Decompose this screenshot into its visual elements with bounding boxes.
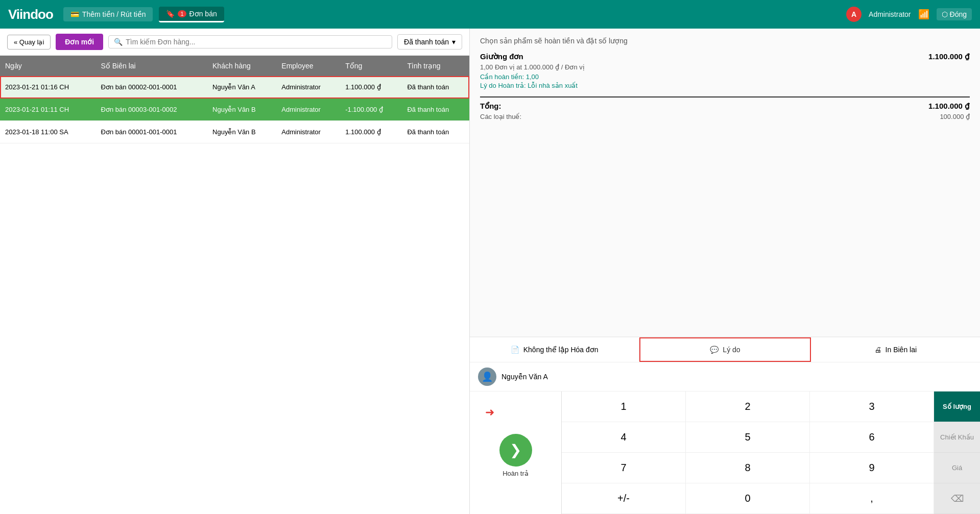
num-6-button[interactable]: 6 [810,422,934,453]
tax-label: Các loại thuế: [480,113,521,120]
table-cell: Đơn bán 00003-001-0002 [96,99,207,121]
table-cell: Administrator [276,99,340,121]
backspace-button[interactable]: ⌫ [934,483,980,514]
tong-label: Tổng: [480,102,501,111]
num-0-button[interactable]: 0 [686,483,810,514]
comment-icon: 💬 [710,346,719,354]
product-info: Chọn sản phẩm sẽ hoàn tiền và đặt số lượ… [470,29,980,337]
hint-text: Chọn sản phẩm sẽ hoàn tiền và đặt số lượ… [480,37,970,45]
numpad-user-row: 👤 Nguyễn Văn A [470,362,980,391]
product-line: Giường đơn 1.100.000 ₫ [480,52,970,61]
left-panel: « Quay lại Đơn mới 🔍 Đã thanh toán ▾ Ngà… [0,29,470,514]
table-cell: Đã thanh toán [402,99,469,121]
in-bien-lai-button[interactable]: 🖨 In Biên lai [811,338,980,361]
num-7-button[interactable]: 7 [562,453,686,483]
table-row[interactable]: 2023-01-21 01:16 CHĐơn bán 00002-001-000… [0,76,469,99]
gia-button[interactable]: Giá [934,453,980,483]
total-line: Tổng: 1.100.000 ₫ [480,102,970,111]
close-icon: ⬡ [942,10,948,18]
table-cell: Nguyễn Văn B [207,121,276,143]
user-icon: 👤 [478,368,496,386]
col-tong: Tổng [340,56,402,76]
num-8-button[interactable]: 8 [686,453,810,483]
nav-right: A Administrator 📶 ⬡ Đóng [846,7,972,22]
close-button[interactable]: ⬡ Đóng [937,8,972,20]
btn-don-ban[interactable]: 🔖 1 Đơn bán [159,7,224,22]
num-4-button[interactable]: 4 [562,422,686,453]
hoantro-label: Hoàn trả [503,470,529,477]
ly-do-button[interactable]: 💬 Lý do [639,337,810,362]
table-cell: Đã thanh toán [402,121,469,143]
num-9-button[interactable]: 9 [810,453,934,483]
tax-line: Các loại thuế: 100.000 ₫ [480,113,970,120]
arrow-icon: ➜ [485,406,494,419]
table-cell: 2023-01-21 01:11 CH [0,99,96,121]
print-icon: 🖨 [874,346,881,354]
table-cell: 1.100.000 ₫ [340,76,402,99]
new-order-button[interactable]: Đơn mới [56,34,103,50]
orders-table: Ngày Số Biên lai Khách hàng Employee Tổn… [0,56,469,143]
search-box: 🔍 [108,35,392,48]
chevron-down-icon: ▾ [452,38,456,46]
user-name: Nguyễn Văn A [501,373,548,381]
don-ban-icon: 🔖 [166,10,175,18]
search-icon: 🔍 [114,38,123,46]
num-plusminus-button[interactable]: +/- [562,483,686,514]
right-panel: Chọn sản phẩm sẽ hoàn tiền và đặt số lượ… [470,29,980,514]
table-cell: Đơn bán 00002-001-0001 [96,76,207,99]
table-cell: 1.100.000 ₫ [340,121,402,143]
back-button[interactable]: « Quay lại [7,35,51,50]
num-3-button[interactable]: 3 [810,391,934,422]
col-so-bien-lai: Số Biên lai [96,56,207,76]
num-comma-button[interactable]: , [810,483,934,514]
hoantro-button[interactable]: ❯ [499,434,532,467]
col-employee: Employee [276,56,340,76]
table-row[interactable]: 2023-01-21 01:11 CHĐơn bán 00003-001-000… [0,99,469,121]
so-luong-button[interactable]: Số lượng [934,391,980,422]
num-5-button[interactable]: 5 [686,422,810,453]
numpad-right-col: Số lượng Chiết Khấu Giá ⌫ [934,391,980,514]
product-sub: 1,00 Đơn vị at 1.000.000 ₫ / Đơn vị [480,63,970,71]
search-input[interactable] [126,38,387,46]
chevron-right-icon: ❯ [510,442,521,458]
chiet-khau-button[interactable]: Chiết Khấu [934,422,980,453]
numpad-section: 👤 Nguyễn Văn A ➜ ❯ Hoàn trả 1 2 3 [470,362,980,514]
status-dropdown[interactable]: Đã thanh toán ▾ [397,34,462,50]
table-cell: Đã thanh toán [402,76,469,99]
tax-value: 100.000 ₫ [940,113,970,120]
invoice-icon: 📄 [511,346,519,354]
product-name: Giường đơn [480,52,523,61]
col-khach-hang: Khách hàng [207,56,276,76]
num-2-button[interactable]: 2 [686,391,810,422]
numpad-digits: 1 2 3 4 5 6 7 8 9 +/- 0 , [562,391,934,514]
backspace-icon: ⌫ [951,493,964,504]
col-tinh-trang: Tình trạng [402,56,469,76]
table-cell: Administrator [276,76,340,99]
hoantro-section: ➜ ❯ Hoàn trả [470,391,562,514]
avatar: A [846,7,862,22]
product-price: 1.100.000 ₫ [928,52,970,61]
table-row[interactable]: 2023-01-18 11:00 SAĐơn bán 00001-001-000… [0,121,469,143]
don-ban-badge: 1 [178,10,186,17]
orders-table-container: Ngày Số Biên lai Khách hàng Employee Tổn… [0,56,469,514]
btn-them-tien[interactable]: 💳 Thêm tiền / Rút tiền [63,7,153,21]
tong-value: 1.100.000 ₫ [928,102,970,111]
table-cell: Đơn bán 00001-001-0001 [96,121,207,143]
admin-name: Administrator [869,10,911,18]
signal-icon: 📶 [918,9,929,20]
khong-hoa-don-button[interactable]: 📄 Không thể lập Hóa đơn [470,338,639,361]
money-icon: 💳 [70,10,79,18]
logo: Viindoo [8,7,53,22]
num-1-button[interactable]: 1 [562,391,686,422]
action-bar: 📄 Không thể lập Hóa đơn 💬 Lý do 🖨 In Biê… [470,337,980,362]
table-cell: -1.100.000 ₫ [340,99,402,121]
toolbar: « Quay lại Đơn mới 🔍 Đã thanh toán ▾ [0,29,469,56]
topnav: Viindoo 💳 Thêm tiền / Rút tiền 🔖 1 Đơn b… [0,0,980,29]
product-ly-do: Lý do Hoàn trả: Lỗi nhà sản xuất [480,82,970,89]
totals-box: Tổng: 1.100.000 ₫ Các loại thuế: 100.000… [480,96,970,120]
col-ngay: Ngày [0,56,96,76]
numpad-area: ➜ ❯ Hoàn trả 1 2 3 4 5 6 7 8 9 [470,391,980,514]
table-cell: Nguyễn Văn A [207,76,276,99]
main-layout: « Quay lại Đơn mới 🔍 Đã thanh toán ▾ Ngà… [0,29,980,514]
table-header-row: Ngày Số Biên lai Khách hàng Employee Tổn… [0,56,469,76]
